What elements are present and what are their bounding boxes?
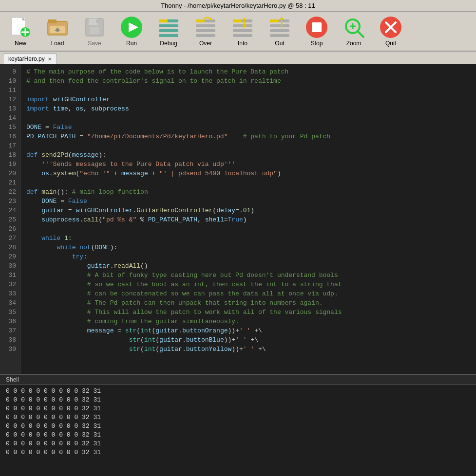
save-icon	[83, 16, 106, 39]
svg-rect-20	[159, 19, 168, 22]
stop-button[interactable]: Stop	[299, 14, 334, 49]
title-bar: Thonny - /home/pi/keytarHero/keytarHero.…	[0, 0, 476, 12]
svg-rect-19	[159, 34, 178, 37]
svg-rect-31	[233, 19, 242, 22]
zoom-label: Zoom	[346, 40, 362, 47]
svg-line-44	[358, 31, 363, 37]
new-icon	[9, 16, 32, 39]
svg-rect-42	[312, 22, 322, 32]
stop-icon	[305, 16, 328, 39]
into-icon	[231, 16, 254, 39]
svg-rect-17	[159, 24, 178, 27]
over-button[interactable]: Over	[188, 14, 223, 49]
load-icon	[46, 16, 69, 39]
save-label: Save	[88, 40, 101, 47]
svg-rect-35	[270, 24, 289, 27]
quit-icon	[379, 16, 402, 39]
svg-rect-30	[233, 34, 252, 37]
shell-output[interactable]: 0 0 0 0 0 0 0 0 0 0 32 31 0 0 0 0 0 0 0 …	[0, 385, 476, 476]
svg-marker-40	[280, 17, 284, 19]
line-numbers: 9 10 11 12 13 14 15 16 17 18 19 20 21 22…	[0, 64, 20, 374]
into-button[interactable]: Into	[225, 14, 260, 49]
tab-bar: keytarHero.py ✕	[0, 52, 476, 64]
out-label: Out	[275, 40, 284, 47]
title-text: Thonny - /home/pi/keytarHero/keytarHero.…	[161, 2, 315, 9]
svg-rect-23	[196, 29, 215, 32]
new-button[interactable]: New	[3, 14, 38, 49]
svg-rect-18	[159, 29, 178, 32]
over-label: Over	[199, 40, 212, 47]
svg-rect-13	[96, 19, 98, 23]
editor-tab[interactable]: keytarHero.py ✕	[3, 54, 57, 64]
editor-area: 9 10 11 12 13 14 15 16 17 18 19 20 21 22…	[0, 64, 476, 476]
run-icon	[120, 16, 143, 39]
debug-icon	[157, 16, 180, 39]
svg-rect-38	[270, 19, 279, 22]
tab-close-icon[interactable]: ✕	[48, 56, 52, 62]
zoom-button[interactable]: Zoom	[336, 14, 371, 49]
shell-tab-label: Shell	[6, 376, 19, 383]
svg-rect-36	[270, 29, 289, 32]
svg-rect-25	[196, 19, 205, 22]
out-button[interactable]: Out	[262, 14, 297, 49]
code-view[interactable]: 9 10 11 12 13 14 15 16 17 18 19 20 21 22…	[0, 64, 476, 374]
load-button[interactable]: Load	[40, 14, 75, 49]
svg-rect-7	[48, 19, 57, 23]
zoom-icon	[342, 16, 365, 39]
shell-tab[interactable]: Shell	[0, 375, 476, 385]
svg-rect-9	[57, 29, 58, 32]
over-icon	[194, 16, 217, 39]
save-button[interactable]: Save	[77, 14, 112, 49]
svg-rect-29	[233, 29, 252, 32]
svg-rect-12	[90, 27, 99, 34]
run-button[interactable]: Run	[114, 14, 149, 49]
new-label: New	[15, 40, 26, 47]
load-label: Load	[51, 40, 64, 47]
svg-rect-28	[233, 24, 252, 27]
into-label: Into	[238, 40, 248, 47]
debug-label: Debug	[160, 40, 177, 47]
toolbar: New Load Save	[0, 12, 476, 52]
quit-button[interactable]: Quit	[373, 14, 408, 49]
quit-label: Quit	[385, 40, 396, 47]
stop-label: Stop	[311, 40, 323, 47]
svg-rect-24	[196, 34, 215, 37]
shell-panel: Shell 0 0 0 0 0 0 0 0 0 0 32 31 0 0 0 0 …	[0, 374, 476, 476]
run-label: Run	[126, 40, 137, 47]
code-content[interactable]: # The main purpose of the code below is …	[20, 64, 476, 374]
debug-button[interactable]: Debug	[151, 14, 186, 49]
out-icon	[268, 16, 291, 39]
tab-filename: keytarHero.py	[8, 55, 45, 62]
svg-rect-37	[270, 34, 289, 37]
svg-rect-22	[196, 24, 215, 27]
